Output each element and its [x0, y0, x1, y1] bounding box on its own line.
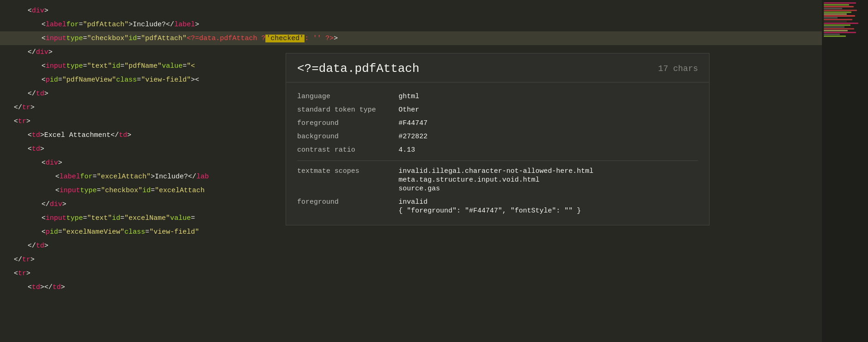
string: "excelAttach [155, 187, 205, 195]
attr: type [66, 35, 83, 42]
tag: input [59, 187, 80, 195]
string: "checkbox" [87, 35, 129, 42]
code-text: Include?</ [155, 173, 196, 181]
bracket: = [137, 76, 141, 84]
bracket: = [97, 187, 101, 195]
tooltip-key: background [297, 133, 399, 141]
code-line: </div> [0, 45, 286, 59]
attr: value [162, 62, 182, 70]
attr: type [66, 62, 83, 70]
bracket: > [44, 90, 48, 98]
code-line: <input type="checkbox" id="excelAttach [0, 183, 286, 197]
scope-line-1: invalid.illegal.character-not-allowed-he… [399, 167, 698, 175]
tooltip-title: <?=data.pdfAttach [297, 62, 419, 76]
tag: tr [22, 104, 30, 112]
tag: input [46, 35, 66, 42]
bracket: >< [191, 76, 199, 84]
bracket: > [129, 21, 133, 29]
string: "view-field" [149, 228, 199, 236]
tooltip-body: language ghtml standard token type Other… [286, 83, 709, 225]
string: "excelName" [124, 214, 170, 222]
tag: td [119, 131, 127, 139]
ghtml-tag: <?=data.pdfAttach ? [187, 35, 265, 42]
tooltip-key: contrast ratio [297, 146, 399, 154]
bracket: = [120, 214, 124, 222]
code-line: <label for="pdfAttach">Include?</label> [0, 18, 286, 31]
string: "excelNameView" [62, 228, 124, 236]
attr: for [66, 21, 79, 29]
bracket: = [83, 35, 87, 42]
tooltip-row-foreground-2: foreground invalid { "foreground": "#F44… [297, 195, 698, 218]
attr: id [129, 35, 137, 42]
bracket: < [14, 270, 18, 277]
tooltip-val-multiline: invalid.illegal.character-not-allowed-he… [399, 167, 698, 193]
tag: lab [196, 173, 209, 181]
bracket: > [40, 131, 44, 139]
code-line: <p id="pdfNameView" class="view-field">< [0, 73, 286, 87]
attr: id [142, 187, 151, 195]
tag: input [46, 62, 66, 70]
tooltip-key: foreground [297, 119, 399, 127]
tag: td [32, 145, 40, 153]
attr: class [124, 228, 145, 236]
tag: input [46, 214, 66, 222]
bracket: = [58, 76, 62, 84]
tooltip-panel: <?=data.pdfAttach 17 chars language ghtm… [286, 53, 710, 225]
tooltip-val: #F44747 [399, 119, 698, 127]
bracket: > [44, 242, 48, 250]
bracket: > [26, 118, 30, 125]
minimap-content [822, 0, 868, 342]
code-line: </td> [0, 87, 286, 100]
attr: id [112, 62, 120, 70]
string: "view-field" [141, 76, 191, 84]
scope-line-3: source.gas [399, 185, 698, 193]
string: "pdfNameView" [62, 76, 116, 84]
code-line: <p id="excelNameView" class="view-field" [0, 225, 286, 239]
bracket: < [55, 187, 59, 195]
code-line: <div> [0, 4, 286, 18]
tooltip-row-contrast: contrast ratio 4.13 [297, 143, 698, 157]
tooltip-row-language: language ghtml [297, 90, 698, 103]
tag: td [36, 90, 44, 98]
string: "text" [87, 62, 112, 70]
tooltip-val-multiline-2: invalid { "foreground": "#F44747", "font… [399, 198, 698, 215]
bracket: > [30, 256, 35, 264]
bracket: = [137, 35, 141, 42]
code-line: </div> [0, 197, 286, 211]
code-line: </tr> [0, 253, 286, 266]
code-line: <input type="text" id="excelName" value= [0, 211, 286, 225]
bracket: > [30, 104, 35, 112]
attr: id [50, 76, 58, 84]
attr: type [80, 187, 97, 195]
bracket: = [93, 173, 97, 181]
attr: id [112, 214, 120, 222]
bracket: > [40, 145, 44, 153]
bracket: < [55, 173, 59, 181]
tag: div [50, 200, 62, 208]
tag: td [36, 242, 44, 250]
attr: for [80, 173, 93, 181]
bracket: = [120, 62, 124, 70]
bracket: </ [28, 242, 36, 250]
tag: div [36, 48, 48, 56]
tooltip-row-background: background #272822 [297, 130, 698, 143]
bracket: </ [14, 104, 22, 112]
tooltip-key: foreground [297, 198, 399, 206]
bracket: </ [41, 200, 50, 208]
code-lines: <div> <label for="pdfAttach">Include?</l… [0, 0, 286, 298]
tooltip-val: Other [399, 106, 698, 114]
code-line: </tr> [0, 100, 286, 114]
bracket: = [83, 214, 87, 222]
bracket: < [41, 62, 46, 70]
string: "checkbox" [101, 187, 142, 195]
tooltip-chars: 17 chars [658, 64, 698, 73]
bracket: > [58, 159, 62, 167]
bracket: = [182, 62, 187, 70]
scope-line-2: meta.tag.structure.input.void.html [399, 176, 698, 184]
attr: id [50, 228, 58, 236]
tooltip-row-token-type: standard token type Other [297, 103, 698, 117]
attr: value [170, 214, 191, 222]
attr: class [116, 76, 137, 84]
bracket: = [191, 214, 195, 222]
bracket: = [58, 228, 62, 236]
